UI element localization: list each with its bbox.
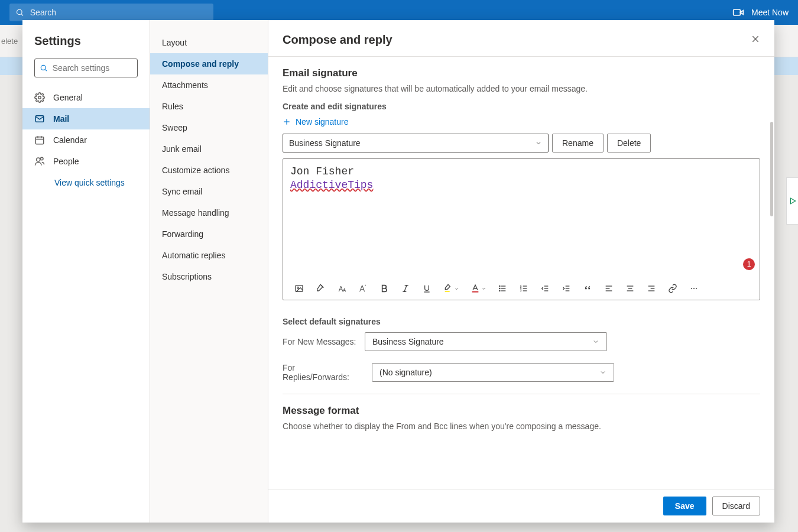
subnav-rules[interactable]: Rules [150, 96, 268, 117]
side-panel-tab[interactable] [786, 177, 798, 225]
align-center-button[interactable] [622, 281, 638, 296]
svg-line-24 [404, 286, 407, 292]
svg-point-14 [41, 157, 44, 160]
font-color-button[interactable] [468, 281, 489, 296]
svg-point-31 [499, 286, 500, 286]
global-search[interactable] [9, 4, 213, 21]
link-icon [668, 284, 677, 293]
outdent-button[interactable] [537, 281, 553, 296]
subnav-junk-email[interactable]: Junk email [150, 138, 268, 160]
svg-point-56 [693, 288, 695, 289]
calendar-icon [34, 135, 45, 145]
email-signature-desc: Edit and choose signatures that will be … [283, 84, 760, 93]
quote-button[interactable] [580, 281, 595, 296]
bullets-button[interactable] [495, 281, 510, 296]
align-left-button[interactable] [601, 281, 617, 296]
signature-select[interactable]: Business Signature [283, 134, 549, 153]
signature-line-1: Jon Fisher [290, 165, 752, 179]
subnav-attachments[interactable]: Attachments [150, 74, 268, 96]
close-button[interactable] [751, 34, 760, 46]
create-edit-heading: Create and edit signatures [283, 102, 760, 111]
category-calendar[interactable]: Calendar [22, 129, 150, 151]
number-list-icon: 123 [519, 284, 528, 293]
svg-point-32 [499, 288, 500, 288]
svg-point-7 [38, 96, 41, 99]
discard-button[interactable]: Discard [712, 497, 760, 515]
subnav-compose-and-reply[interactable]: Compose and reply [150, 53, 268, 74]
link-button[interactable] [665, 281, 680, 296]
indent-icon [562, 284, 571, 293]
indent-button[interactable] [559, 281, 574, 296]
align-right-icon [647, 284, 656, 293]
subnav-sweep[interactable]: Sweep [150, 117, 268, 138]
subnav-customize-actions[interactable]: Customize actions [150, 160, 268, 181]
underline-button[interactable] [419, 281, 434, 296]
subnav-subscriptions[interactable]: Subscriptions [150, 266, 268, 287]
signature-toolbar: ˄ 123 [283, 277, 760, 300]
subnav-message-handling[interactable]: Message handling [150, 202, 268, 223]
italic-button[interactable] [398, 281, 413, 296]
settings-modal: Settings General Mail Calendar People Vi… [22, 20, 774, 523]
new-messages-select[interactable]: Business Signature [365, 332, 607, 351]
settings-search-input[interactable] [53, 63, 132, 73]
view-quick-settings-link[interactable]: View quick settings [22, 172, 150, 193]
global-search-input[interactable] [30, 8, 207, 17]
svg-point-33 [499, 290, 500, 291]
settings-search[interactable] [34, 59, 138, 77]
chevron-down-icon [535, 140, 542, 147]
svg-point-5 [41, 65, 46, 70]
svg-point-55 [691, 288, 692, 289]
search-icon [15, 8, 24, 17]
category-people[interactable]: People [22, 151, 150, 172]
highlight-button[interactable] [440, 281, 462, 296]
gear-icon [34, 92, 45, 103]
more-options-button[interactable] [686, 281, 702, 296]
new-signature-button[interactable]: New signature [283, 117, 760, 126]
default-signatures-heading: Select default signatures [283, 317, 760, 326]
svg-text:˄: ˄ [365, 284, 366, 288]
outdent-icon [540, 284, 550, 293]
font-size-button[interactable]: ˄ [355, 281, 371, 296]
scrollbar-thumb[interactable] [770, 122, 773, 216]
rename-button[interactable]: Rename [552, 134, 604, 153]
subnav-automatic-replies[interactable]: Automatic replies [150, 245, 268, 266]
replies-forwards-select[interactable]: (No signature) [372, 363, 614, 382]
subnav-forwarding[interactable]: Forwarding [150, 223, 268, 245]
notification-badge[interactable]: 1 [743, 258, 755, 270]
chevron-down-icon [599, 369, 606, 376]
chevron-down-icon [592, 338, 599, 345]
settings-content-column: Compose and reply Email signature Edit a… [268, 20, 774, 523]
email-signature-heading: Email signature [283, 67, 760, 79]
svg-point-20 [297, 287, 299, 288]
italic-icon [401, 284, 410, 293]
subnav-layout[interactable]: Layout [150, 32, 268, 53]
insert-image-button[interactable] [291, 281, 307, 296]
save-button[interactable]: Save [663, 497, 706, 515]
font-button[interactable] [334, 281, 349, 296]
delete-button[interactable]: Delete [607, 134, 651, 153]
bold-button[interactable] [377, 281, 392, 296]
video-icon [732, 7, 744, 18]
new-messages-label: For New Messages: [283, 337, 356, 346]
format-painter-button[interactable] [313, 281, 328, 296]
svg-rect-26 [445, 291, 449, 292]
numbering-button[interactable]: 123 [516, 281, 531, 296]
meet-now-button[interactable]: Meet Now [732, 7, 789, 18]
category-label: Calendar [53, 135, 87, 145]
mail-icon [34, 113, 45, 124]
align-center-icon [625, 284, 635, 293]
svg-point-57 [696, 288, 697, 289]
signature-select-value: Business Signature [289, 138, 361, 148]
svg-line-1 [21, 14, 23, 16]
meet-now-label: Meet Now [751, 8, 789, 17]
people-icon [34, 156, 45, 167]
align-right-button[interactable] [644, 281, 659, 296]
signature-text-area[interactable]: Jon Fisher AddictiveTips [283, 159, 760, 277]
category-mail[interactable]: Mail [22, 108, 150, 129]
svg-rect-27 [472, 291, 478, 293]
signature-editor[interactable]: Jon Fisher AddictiveTips 1 ˄ 123 [283, 158, 760, 300]
more-icon [689, 284, 699, 293]
svg-text:3: 3 [520, 289, 522, 292]
subnav-sync-email[interactable]: Sync email [150, 181, 268, 202]
category-general[interactable]: General [22, 87, 150, 108]
